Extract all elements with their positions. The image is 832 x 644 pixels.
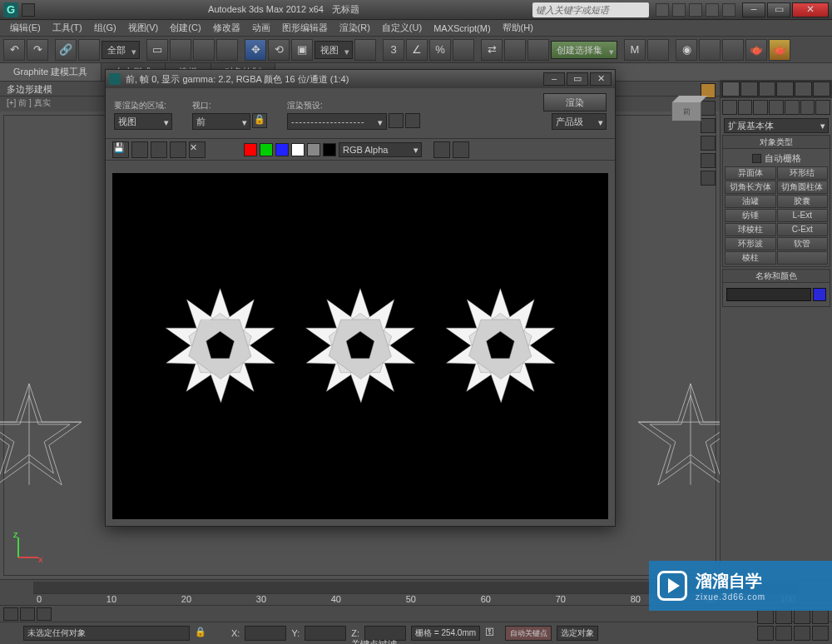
render-window-titlebar[interactable]: 前, 帧 0, 显示 gamma: 2.2, RGBA 颜色 16 位/通道 (…: [106, 70, 615, 88]
production-dropdown[interactable]: 产品级: [552, 113, 607, 130]
align-button[interactable]: [504, 39, 526, 61]
redo-button[interactable]: ↷: [27, 39, 48, 61]
orbit-icon[interactable]: [757, 626, 774, 641]
help-search-input[interactable]: 键入关键字或短语: [532, 2, 649, 17]
angle-snap-button[interactable]: ∠: [406, 39, 428, 61]
menu-customize[interactable]: 自定义(U): [377, 20, 427, 36]
refcoord-dropdown[interactable]: 视图: [314, 41, 353, 59]
systems-cat-button[interactable]: [815, 100, 830, 115]
rotate-button[interactable]: ⟲: [268, 39, 290, 61]
obj-gengon[interactable]: 球棱柱: [725, 223, 776, 236]
copy-image-button[interactable]: [131, 141, 148, 158]
hierarchy-tab[interactable]: [759, 82, 776, 97]
select-region-button[interactable]: [193, 39, 215, 61]
key-mode-icon[interactable]: ⚿: [485, 627, 500, 640]
vp-icon-5[interactable]: [701, 153, 716, 168]
selection-filter-dropdown[interactable]: 全部: [102, 41, 140, 59]
exchange-icon[interactable]: [689, 3, 702, 17]
zoom-icon[interactable]: [775, 609, 792, 624]
viewport-lock-icon[interactable]: 🔒: [252, 113, 267, 128]
keyfilter-button[interactable]: 关键点过滤器...: [351, 638, 411, 644]
area-dropdown[interactable]: 视图: [114, 113, 172, 130]
subcategory-dropdown[interactable]: 扩展基本体: [724, 118, 829, 133]
utilities-tab[interactable]: [813, 82, 830, 97]
viewcube-face[interactable]: 前: [671, 102, 701, 121]
space-cat-button[interactable]: [800, 100, 815, 115]
menu-edit[interactable]: 编辑(E): [5, 20, 46, 36]
close-button[interactable]: ✕: [792, 2, 829, 17]
render-button-dialog[interactable]: 渲染: [543, 93, 607, 111]
mirror-button[interactable]: ⇄: [481, 39, 503, 61]
lights-cat-button[interactable]: [753, 100, 768, 115]
undo-button[interactable]: ↶: [3, 39, 25, 61]
preset-btn-2[interactable]: [405, 113, 420, 128]
trackbar-btn-2[interactable]: [20, 607, 35, 621]
menu-group[interactable]: 组(G): [89, 20, 121, 36]
curve-editor-button[interactable]: M: [624, 39, 646, 61]
obj-torusknot[interactable]: 环形结: [777, 166, 829, 180]
bg-channel-icon[interactable]: [323, 143, 336, 156]
maximize-vp-icon[interactable]: [775, 626, 792, 641]
blue-channel-icon[interactable]: [275, 143, 289, 156]
object-name-input[interactable]: [726, 288, 811, 301]
fov-icon[interactable]: [812, 609, 829, 624]
shapes-cat-button[interactable]: [738, 100, 753, 115]
link-button[interactable]: 🔗: [55, 39, 77, 61]
obj-oiltank[interactable]: 油罐: [725, 195, 776, 208]
material-editor-button[interactable]: ◉: [676, 39, 697, 61]
helpers-cat-button[interactable]: [785, 100, 800, 115]
obj-hose[interactable]: 软管: [777, 237, 829, 250]
viewport-dropdown[interactable]: 前: [192, 113, 250, 130]
obj-chamfercyl[interactable]: 切角圆柱体: [777, 181, 829, 194]
scale-button[interactable]: ▣: [291, 39, 313, 61]
obj-prism[interactable]: 棱柱: [725, 251, 776, 265]
menu-maxscript[interactable]: MAXScript(M): [428, 22, 495, 35]
obj-chamferbox[interactable]: 切角长方体: [725, 181, 776, 194]
menu-animation[interactable]: 动画: [247, 20, 275, 36]
mono-channel-icon[interactable]: [307, 143, 320, 156]
toggle-ui-button[interactable]: [433, 141, 450, 158]
rendered-frame-button[interactable]: [722, 39, 744, 61]
obj-spindle[interactable]: 纺锤: [725, 209, 776, 222]
coord-y-input[interactable]: [305, 626, 346, 641]
layer-button[interactable]: [527, 39, 549, 61]
modify-tab[interactable]: [740, 82, 758, 97]
object-type-header[interactable]: 对象类型: [723, 136, 830, 149]
select-name-button[interactable]: [170, 39, 191, 61]
render-setup-button[interactable]: [699, 39, 721, 61]
app-logo-icon[interactable]: G: [3, 2, 18, 17]
obj-cext[interactable]: C-Ext: [777, 223, 829, 236]
menu-grapheditors[interactable]: 图形编辑器: [277, 20, 333, 36]
move-button[interactable]: ✥: [245, 39, 266, 61]
autokey-button[interactable]: 自动关键点: [505, 626, 552, 641]
search-icon[interactable]: [656, 3, 669, 17]
clone-button[interactable]: [151, 141, 167, 158]
help-icon[interactable]: [722, 3, 735, 17]
obj-lext[interactable]: L-Ext: [777, 209, 829, 222]
menu-tools[interactable]: 工具(T): [47, 20, 87, 36]
print-button[interactable]: [170, 141, 186, 158]
menu-modifiers[interactable]: 修改器: [208, 20, 245, 36]
pan-icon[interactable]: [757, 609, 774, 624]
render-button[interactable]: 🫖: [745, 39, 767, 61]
nav-icon-7[interactable]: [794, 626, 810, 641]
subscription-icon[interactable]: [672, 3, 686, 17]
vp-icon-6[interactable]: [701, 171, 716, 186]
named-selection-dropdown[interactable]: 创建选择集: [551, 41, 617, 59]
quick-render-button[interactable]: 🫖: [769, 39, 790, 61]
render-maximize-button[interactable]: ▭: [567, 72, 588, 86]
create-tab[interactable]: [722, 82, 740, 97]
percent-snap-button[interactable]: %: [429, 39, 451, 61]
obj-ringwave[interactable]: 环形波: [725, 237, 776, 250]
selected-dropdown[interactable]: 选定对象: [557, 626, 598, 641]
render-close-button[interactable]: ✕: [590, 72, 612, 86]
vp-icon-4[interactable]: [701, 136, 716, 151]
snap-button[interactable]: 3: [383, 39, 404, 61]
trackbar-btn-3[interactable]: [37, 607, 52, 621]
maximize-button[interactable]: ▭: [767, 2, 790, 17]
lock-selection-icon[interactable]: 🔒: [195, 627, 208, 640]
object-color-swatch[interactable]: [813, 288, 826, 301]
obj-capsule[interactable]: 胶囊: [777, 195, 829, 208]
favorite-icon[interactable]: [706, 3, 719, 17]
alpha-channel-icon[interactable]: [291, 143, 305, 156]
